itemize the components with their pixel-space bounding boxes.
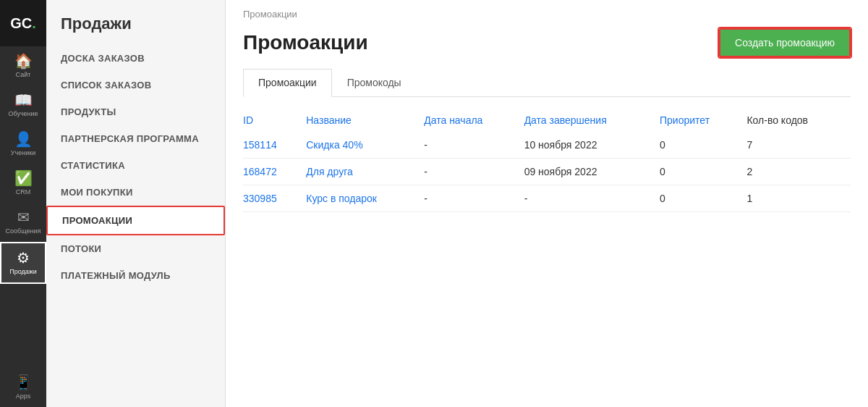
- col-header-name: Название: [306, 109, 424, 132]
- sidebar: Продажи ДОСКА ЗАКАЗОВ СПИСОК ЗАКАЗОВ ПРО…: [46, 0, 226, 407]
- messages-icon: ✉: [17, 210, 30, 225]
- cell-start-date: -: [424, 159, 524, 185]
- students-icon: 👤: [14, 132, 33, 146]
- sidebar-item-partner[interactable]: ПАРТНЕРСКАЯ ПРОГРАММА: [46, 125, 225, 152]
- promo-name-link[interactable]: Курс в подарок: [306, 193, 377, 204]
- promos-table: ID Название Дата начала Дата завершения …: [243, 109, 851, 212]
- page-header: Промоакции Создать промоакцию: [226, 22, 868, 69]
- col-header-start-date: Дата начала: [424, 109, 524, 132]
- promo-id-link[interactable]: 168472: [243, 166, 277, 177]
- nav-item-site[interactable]: 🏠 Сайт: [0, 46, 46, 85]
- icon-nav: GC. 🏠 Сайт 📖 Обучение 👤 Ученики ✅ CRM ✉ …: [0, 0, 46, 407]
- promo-id-link[interactable]: 158114: [243, 139, 277, 151]
- nav-item-apps[interactable]: 📱 Apps: [0, 368, 46, 407]
- cell-id: 168472: [243, 159, 306, 185]
- col-header-id: ID: [243, 109, 306, 132]
- sales-icon: ⚙: [17, 251, 30, 265]
- nav-label-learning: Обучение: [8, 110, 38, 117]
- nav-item-sales[interactable]: ⚙ Продажи: [0, 242, 46, 284]
- cell-codes-count: 1: [746, 185, 851, 212]
- cell-end-date: 10 ноября 2022: [524, 132, 660, 159]
- cell-name: Для друга: [306, 159, 424, 185]
- table-row: 330985 Курс в подарок - - 0 1: [243, 185, 851, 212]
- sidebar-item-flows[interactable]: ПОТОКИ: [46, 235, 225, 262]
- breadcrumb: Промоакции: [226, 0, 868, 22]
- cell-priority: 0: [660, 159, 746, 185]
- cell-codes-count: 2: [746, 159, 851, 185]
- table-container: ID Название Дата начала Дата завершения …: [226, 97, 868, 224]
- cell-priority: 0: [660, 132, 746, 159]
- nav-label-students: Ученики: [11, 149, 35, 156]
- tab-codes[interactable]: Промокоды: [332, 69, 417, 96]
- sidebar-item-orders[interactable]: СПИСОК ЗАКАЗОВ: [46, 72, 225, 98]
- cell-codes-count: 7: [746, 132, 851, 159]
- col-header-end-date: Дата завершения: [524, 109, 660, 132]
- cell-priority: 0: [660, 185, 746, 212]
- sidebar-item-products[interactable]: ПРОДУКТЫ: [46, 98, 225, 125]
- cell-name: Скидка 40%: [306, 132, 424, 159]
- table-row: 168472 Для друга - 09 ноября 2022 0 2: [243, 159, 851, 185]
- tab-promos[interactable]: Промоакции: [243, 69, 332, 97]
- sidebar-title: Продажи: [46, 0, 225, 45]
- cell-start-date: -: [424, 132, 524, 159]
- tabs: Промоакции Промокоды: [243, 69, 851, 97]
- col-header-priority: Приоритет: [660, 109, 746, 132]
- cell-end-date: 09 ноября 2022: [524, 159, 660, 185]
- nav-label-crm: CRM: [16, 188, 31, 196]
- nav-item-students[interactable]: 👤 Ученики: [0, 125, 46, 164]
- promo-name-link[interactable]: Скидка 40%: [306, 139, 362, 151]
- promo-id-link[interactable]: 330985: [243, 193, 277, 204]
- logo-text: GC.: [10, 15, 36, 32]
- create-promo-button[interactable]: Создать промоакцию: [719, 28, 851, 57]
- sidebar-item-purchases[interactable]: МОИ ПОКУПКИ: [46, 179, 225, 206]
- sidebar-menu: ДОСКА ЗАКАЗОВ СПИСОК ЗАКАЗОВ ПРОДУКТЫ ПА…: [46, 45, 225, 407]
- promo-name-link[interactable]: Для друга: [306, 166, 353, 177]
- site-icon: 🏠: [14, 54, 33, 68]
- nav-item-crm[interactable]: ✅ CRM: [0, 164, 46, 203]
- logo: GC.: [0, 0, 46, 46]
- cell-start-date: -: [424, 185, 524, 212]
- sidebar-item-dashboard[interactable]: ДОСКА ЗАКАЗОВ: [46, 45, 225, 72]
- main-content: Промоакции Промоакции Создать промоакцию…: [226, 0, 868, 407]
- cell-id: 158114: [243, 132, 306, 159]
- learning-icon: 📖: [14, 93, 33, 107]
- col-header-codes-count: Кол-во кодов: [746, 109, 851, 132]
- nav-label-site: Сайт: [16, 71, 31, 78]
- nav-label-sales: Продажи: [9, 268, 37, 275]
- page-title: Промоакции: [243, 31, 368, 54]
- nav-item-learning[interactable]: 📖 Обучение: [0, 85, 46, 125]
- cell-name: Курс в подарок: [306, 185, 424, 212]
- apps-icon: 📱: [14, 375, 33, 390]
- sidebar-item-payment[interactable]: ПЛАТЕЖНЫЙ МОДУЛЬ: [46, 262, 225, 289]
- sidebar-item-promos[interactable]: ПРОМОАКЦИИ: [46, 206, 225, 235]
- crm-icon: ✅: [14, 171, 33, 185]
- nav-label-apps: Apps: [16, 393, 31, 400]
- nav-item-messages[interactable]: ✉ Сообщения: [0, 203, 46, 242]
- sidebar-item-stats[interactable]: СТАТИСТИКА: [46, 152, 225, 179]
- cell-id: 330985: [243, 185, 306, 212]
- table-row: 158114 Скидка 40% - 10 ноября 2022 0 7: [243, 132, 851, 159]
- cell-end-date: -: [524, 185, 660, 212]
- nav-label-messages: Сообщения: [6, 227, 41, 235]
